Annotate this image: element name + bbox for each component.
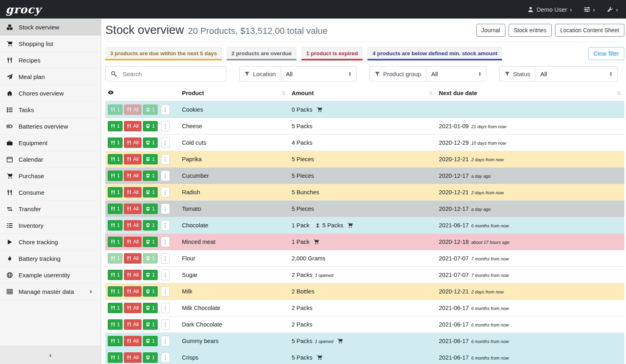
expired-alert[interactable]: 1 product is expired (301, 47, 363, 60)
row-menu-button[interactable]: ⋮ (161, 237, 170, 247)
consume-one-button[interactable]: 1 (108, 104, 123, 115)
row-menu-button[interactable]: ⋮ (161, 220, 170, 231)
column-header-amount[interactable]: Amount ⇅ (289, 87, 436, 101)
row-menu-button[interactable]: ⋮ (161, 121, 170, 131)
consume-all-button[interactable]: All (124, 154, 142, 164)
open-one-button[interactable]: 1 (143, 187, 158, 198)
sidebar-item-calendar[interactable]: Calendar (0, 151, 101, 168)
row-menu-button[interactable]: ⋮ (161, 303, 170, 313)
open-one-button[interactable]: 1 (143, 319, 158, 330)
consume-all-button[interactable]: All (124, 171, 142, 181)
consume-one-button[interactable]: 1 (108, 352, 123, 363)
consume-one-button[interactable]: 1 (108, 270, 123, 280)
consume-all-button[interactable]: All (124, 303, 142, 313)
consume-one-button[interactable]: 1 (108, 303, 123, 313)
sidebar-item-inventory[interactable]: Inventory (0, 217, 101, 234)
consume-all-button[interactable]: All (124, 319, 142, 330)
consume-all-button[interactable]: All (124, 352, 142, 363)
sidebar-item-batteries-overview[interactable]: Batteries overview (0, 118, 101, 135)
sidebar-item-purchase[interactable]: Purchase (0, 168, 101, 184)
consume-one-button[interactable]: 1 (108, 237, 123, 247)
overdue-alert[interactable]: 2 products are overdue (227, 47, 296, 60)
row-menu-button[interactable]: ⋮ (161, 137, 170, 148)
consume-all-button[interactable]: All (124, 253, 142, 264)
consume-one-button[interactable]: 1 (108, 253, 123, 264)
sidebar-collapse-button[interactable]: ‹ (0, 346, 101, 364)
sidebar-item-shopping-list[interactable]: Shopping list (0, 35, 101, 52)
consume-one-button[interactable]: 1 (108, 336, 123, 346)
sidebar-item-tasks[interactable]: Tasks (0, 102, 101, 118)
consume-one-button[interactable]: 1 (108, 204, 123, 214)
sidebar-item-example-userentity[interactable]: Example userentity (0, 267, 101, 283)
open-one-button[interactable]: 1 (143, 286, 158, 297)
status-select[interactable]: All (535, 66, 618, 81)
consume-all-button[interactable]: All (124, 121, 142, 131)
row-menu-button[interactable]: ⋮ (161, 286, 170, 297)
consume-all-button[interactable]: All (124, 220, 142, 231)
open-one-button[interactable]: 1 (143, 104, 158, 115)
row-menu-button[interactable]: ⋮ (161, 171, 170, 181)
row-menu-button[interactable]: ⋮ (161, 253, 170, 264)
due-soon-alert[interactable]: 3 products are due within the next 5 day… (105, 47, 222, 60)
app-logo[interactable]: grocy (6, 3, 41, 16)
open-one-button[interactable]: 1 (143, 220, 158, 231)
user-menu[interactable]: Demo User › (528, 6, 572, 13)
consume-all-button[interactable]: All (124, 104, 142, 115)
consume-all-button[interactable]: All (124, 336, 142, 346)
open-one-button[interactable]: 1 (143, 336, 158, 346)
consume-all-button[interactable]: All (124, 204, 142, 214)
location-select[interactable]: All (281, 66, 357, 81)
sidebar-item-chore-tracking[interactable]: Chore tracking (0, 234, 101, 250)
consume-one-button[interactable]: 1 (108, 286, 123, 297)
consume-one-button[interactable]: 1 (108, 137, 123, 148)
sidebar-item-manage-master-data[interactable]: Manage master data› (0, 283, 101, 300)
location-content-sheet-button[interactable]: Location Content Sheet (555, 24, 624, 37)
sidebar-item-recipes[interactable]: Recipes (0, 52, 101, 69)
sidebar-item-stock-overview[interactable]: Stock overview (0, 19, 101, 35)
row-menu-button[interactable]: ⋮ (161, 187, 170, 198)
consume-one-button[interactable]: 1 (108, 171, 123, 181)
sidebar-item-chores-overview[interactable]: Chores overview (0, 85, 101, 102)
consume-one-button[interactable]: 1 (108, 154, 123, 164)
open-one-button[interactable]: 1 (143, 137, 158, 148)
consume-all-button[interactable]: All (124, 237, 142, 247)
row-menu-button[interactable]: ⋮ (161, 154, 170, 164)
sidebar-item-consume[interactable]: Consume (0, 184, 101, 201)
open-one-button[interactable]: 1 (143, 121, 158, 131)
row-menu-button[interactable]: ⋮ (161, 270, 170, 280)
below-min-stock-alert[interactable]: 4 products are below defined min. stock … (367, 47, 502, 60)
open-one-button[interactable]: 1 (143, 270, 158, 280)
consume-one-button[interactable]: 1 (108, 220, 123, 231)
open-one-button[interactable]: 1 (143, 253, 158, 264)
search-input[interactable] (122, 71, 226, 77)
open-one-button[interactable]: 1 (143, 204, 158, 214)
consume-all-button[interactable]: All (124, 137, 142, 148)
admin-menu[interactable]: › (607, 6, 618, 12)
column-header-next-due-date[interactable]: Next due date ⇅ (436, 87, 624, 101)
column-header-product[interactable]: Product ⇅ (179, 87, 289, 101)
settings-menu[interactable]: › (584, 6, 595, 12)
consume-one-button[interactable]: 1 (108, 187, 123, 198)
consume-all-button[interactable]: All (124, 187, 142, 198)
row-menu-button[interactable]: ⋮ (161, 104, 170, 115)
open-one-button[interactable]: 1 (143, 154, 158, 164)
consume-one-button[interactable]: 1 (108, 121, 123, 131)
sidebar-item-equipment[interactable]: Equipment (0, 135, 101, 151)
row-menu-button[interactable]: ⋮ (161, 336, 170, 346)
open-one-button[interactable]: 1 (143, 171, 158, 181)
open-one-button[interactable]: 1 (143, 303, 158, 313)
consume-all-button[interactable]: All (124, 286, 142, 297)
row-menu-button[interactable]: ⋮ (161, 204, 170, 214)
clear-filter-button[interactable]: Clear filter (588, 47, 624, 60)
open-one-button[interactable]: 1 (143, 352, 158, 363)
row-menu-button[interactable]: ⋮ (161, 319, 170, 330)
consume-all-button[interactable]: All (124, 270, 142, 280)
product-group-select[interactable]: All (426, 66, 486, 81)
sidebar-item-transfer[interactable]: Transfer (0, 201, 101, 217)
sidebar-item-meal-plan[interactable]: Meal plan (0, 69, 101, 85)
sidebar-item-battery-tracking[interactable]: Battery tracking (0, 250, 101, 267)
open-one-button[interactable]: 1 (143, 237, 158, 247)
row-menu-button[interactable]: ⋮ (161, 352, 170, 363)
stock-entries-button[interactable]: Stock entries (509, 24, 552, 37)
journal-button[interactable]: Journal (476, 24, 505, 37)
